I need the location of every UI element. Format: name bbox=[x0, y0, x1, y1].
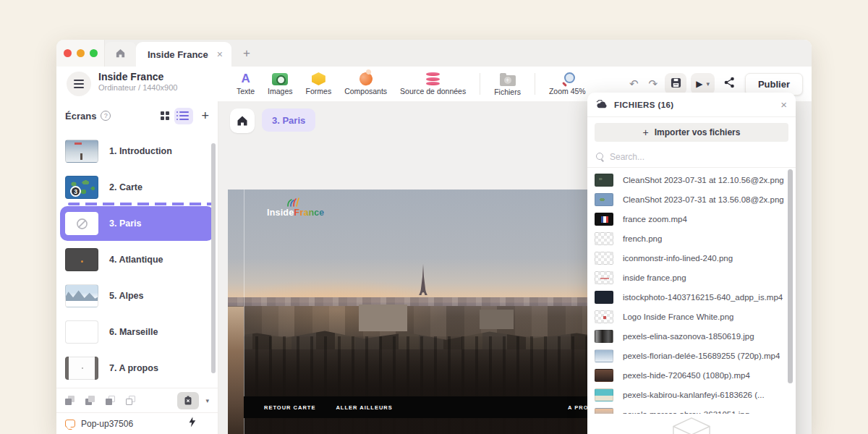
tool-formes[interactable]: Formes bbox=[299, 72, 339, 95]
play-button[interactable]: ▶ ▾ bbox=[691, 73, 715, 95]
drop-indicator bbox=[68, 203, 213, 205]
nav-retour-carte[interactable]: RETOUR CARTE bbox=[264, 404, 315, 411]
files-dropzone bbox=[587, 414, 796, 434]
file-thumbnail bbox=[595, 193, 613, 206]
help-icon[interactable]: ? bbox=[101, 111, 111, 121]
file-row[interactable]: pexels-kabirou-kanlanfeyi-6183626 (... bbox=[595, 385, 796, 404]
tool-fichiers[interactable]: Fichiers bbox=[488, 72, 527, 96]
tool-source-donnees[interactable]: Source de données bbox=[393, 72, 472, 95]
search-input[interactable] bbox=[610, 152, 754, 162]
maximize-window-button[interactable] bbox=[90, 49, 98, 57]
tab-label: Inside France bbox=[148, 49, 208, 60]
file-row[interactable]: inside france.png bbox=[595, 268, 796, 287]
new-tab-button[interactable]: + bbox=[231, 40, 262, 67]
list-view-icon bbox=[179, 111, 189, 121]
screen-item-carte[interactable]: 3 2. Carte bbox=[56, 169, 218, 205]
copy-icon[interactable] bbox=[126, 396, 135, 405]
left-bleed-building bbox=[228, 307, 244, 434]
close-tab-icon[interactable]: × bbox=[217, 48, 223, 60]
grid-view-icon[interactable] bbox=[161, 111, 169, 120]
canvas-breadcrumb: 3. Paris bbox=[230, 109, 315, 133]
logo-text-inside: Inside bbox=[267, 208, 294, 218]
file-row[interactable]: pexels-elina-sazonova-1850619.jpg bbox=[595, 326, 796, 346]
tab-inside-france[interactable]: Inside France × bbox=[136, 42, 231, 67]
tool-texte[interactable]: A Texte bbox=[230, 72, 261, 95]
tool-images[interactable]: Images bbox=[261, 73, 299, 95]
add-screen-button[interactable]: + bbox=[198, 109, 209, 124]
screen-item-atlantique[interactable]: 4. Atlantique bbox=[56, 242, 218, 278]
insert-tools: A Texte Images Formes Composants S bbox=[230, 67, 592, 101]
save-icon bbox=[671, 77, 681, 91]
file-row[interactable]: CleanShot 2023-07-31 at 12.10.56@2x.png bbox=[595, 170, 796, 190]
tab-home[interactable] bbox=[105, 42, 136, 67]
file-row[interactable]: pexels-marcos-abreu-3631051.jpg bbox=[595, 404, 796, 414]
save-button[interactable] bbox=[665, 73, 686, 95]
home-icon bbox=[115, 48, 126, 61]
file-row[interactable]: CleanShot 2023-07-31 at 13.56.08@2x.png bbox=[595, 190, 796, 209]
file-row[interactable]: iconmonstr-info-lined-240.png bbox=[595, 248, 796, 268]
minimize-window-button[interactable] bbox=[77, 49, 85, 57]
screen-item-alpes[interactable]: 5. Alpes bbox=[56, 278, 218, 314]
file-thumbnail bbox=[595, 252, 613, 265]
screen-thumbnail: 3 bbox=[65, 176, 98, 199]
file-row[interactable]: Logo Inside France White.png bbox=[595, 307, 796, 326]
files-scrollbar[interactable] bbox=[788, 169, 793, 383]
nav-aller-ailleurs[interactable]: ALLER AILLEURS bbox=[336, 404, 392, 411]
database-icon bbox=[426, 72, 440, 85]
screens-header: Écrans ? + bbox=[56, 101, 218, 130]
building-facade bbox=[480, 310, 514, 329]
files-search bbox=[587, 146, 796, 168]
bring-forward-icon[interactable] bbox=[65, 396, 75, 405]
document-format: Ordinateur / 1440x900 bbox=[98, 83, 177, 92]
file-thumbnail bbox=[595, 310, 613, 323]
files-list: CleanShot 2023-07-31 at 12.10.56@2x.png … bbox=[587, 168, 796, 414]
close-window-button[interactable] bbox=[64, 49, 72, 57]
screen-thumbnail bbox=[65, 248, 98, 271]
canvas-home-button[interactable] bbox=[230, 109, 255, 133]
screen-thumbnail bbox=[65, 284, 98, 307]
file-row[interactable]: istockphoto-1403716215-640_adpp_is.mp4 bbox=[595, 287, 796, 307]
screen-item-paris[interactable]: 3. Paris bbox=[60, 206, 214, 241]
magnifier-icon bbox=[561, 72, 574, 85]
tool-composants[interactable]: Composants bbox=[338, 72, 393, 95]
inside-france-logo[interactable]: InsideFrance bbox=[267, 197, 325, 218]
redo-icon[interactable]: ↷ bbox=[646, 77, 661, 90]
publish-button[interactable]: Publier bbox=[745, 73, 803, 95]
menu-button[interactable] bbox=[67, 72, 91, 96]
file-row[interactable]: france zoom.mp4 bbox=[595, 209, 796, 229]
component-flask-icon bbox=[358, 71, 373, 86]
traffic-lights bbox=[56, 40, 105, 67]
send-backward-icon[interactable] bbox=[85, 396, 95, 405]
screen-item-marseille[interactable]: 6. Marseille bbox=[56, 314, 218, 350]
file-thumbnail bbox=[595, 408, 613, 414]
toolbar-separator bbox=[535, 73, 535, 95]
current-screen-pill[interactable]: 3. Paris bbox=[262, 109, 315, 132]
file-row[interactable]: pexels-florian-delée-15689255 (720p).mp4 bbox=[595, 346, 796, 365]
lightning-icon[interactable] bbox=[188, 417, 196, 430]
files-cloud-icon bbox=[596, 98, 608, 111]
delete-dropdown-caret-icon[interactable]: ▾ bbox=[205, 397, 209, 404]
file-row[interactable]: pexels-hide-7206450 (1080p).mp4 bbox=[595, 365, 796, 385]
tool-zoom[interactable]: Zoom 45% bbox=[542, 72, 592, 95]
screen-list: 1. Introduction 3 2. Carte 3. Paris bbox=[56, 132, 218, 388]
screen-item-a-propos[interactable]: 7. A propos bbox=[56, 350, 218, 386]
empty-screen-icon bbox=[76, 218, 88, 230]
screens-scrollbar[interactable] bbox=[211, 143, 216, 373]
screen-item-introduction[interactable]: 1. Introduction bbox=[56, 133, 218, 169]
file-thumbnail bbox=[595, 232, 613, 245]
share-button[interactable] bbox=[719, 73, 741, 95]
undo-icon[interactable]: ↶ bbox=[626, 77, 642, 90]
list-view-toggle[interactable] bbox=[174, 108, 193, 124]
duplicate-icon[interactable] bbox=[106, 396, 115, 405]
file-row[interactable]: french.png bbox=[595, 229, 796, 248]
trash-icon bbox=[184, 396, 192, 405]
popup-row[interactable]: Pop-up37506 bbox=[56, 412, 218, 434]
screen-thumbnail bbox=[65, 212, 98, 235]
popup-label: Pop-up37506 bbox=[81, 419, 133, 429]
file-thumbnail bbox=[595, 388, 613, 401]
delete-screen-button[interactable] bbox=[177, 392, 199, 409]
close-panel-icon[interactable]: × bbox=[780, 98, 787, 111]
play-dropdown-caret-icon[interactable]: ▾ bbox=[706, 80, 710, 88]
toolbar-separator bbox=[480, 73, 480, 95]
import-files-button[interactable]: + Importer vos fichiers bbox=[595, 123, 788, 142]
